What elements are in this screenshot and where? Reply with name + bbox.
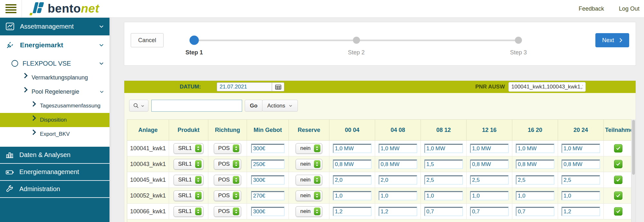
- produkt-select[interactable]: SRL1: [174, 206, 204, 217]
- sidebar-item-vermarktungsplanung[interactable]: Vermarktungsplanung: [0, 70, 109, 85]
- calendar-button[interactable]: [272, 82, 284, 91]
- richtung-select[interactable]: POS: [214, 206, 242, 217]
- produkt-select[interactable]: SRL1: [174, 190, 204, 201]
- block-04-08-cell: [375, 141, 421, 156]
- feedback-link[interactable]: Feedback: [579, 5, 604, 12]
- block-12-16-input[interactable]: [470, 207, 508, 216]
- sidebar-item-energiemarkt[interactable]: Energiemarkt: [0, 38, 109, 52]
- block-16-20-input[interactable]: [516, 175, 554, 184]
- min-gebot-input[interactable]: [251, 207, 284, 216]
- block-12-16-input[interactable]: [470, 175, 508, 184]
- column-header-00-04: 00 04: [329, 120, 375, 141]
- block-04-08-input[interactable]: [379, 144, 417, 153]
- block-20-24-input[interactable]: [562, 191, 600, 200]
- sidebar-item-disposition[interactable]: Disposition: [0, 113, 109, 127]
- teilnahme-checkbox[interactable]: [614, 176, 622, 184]
- block-16-20-input[interactable]: [516, 160, 554, 169]
- block-04-08-input[interactable]: [379, 207, 417, 216]
- teilnahme-checkbox[interactable]: [614, 191, 622, 200]
- pnr-ausw-input[interactable]: [508, 82, 586, 92]
- block-20-24-input[interactable]: [562, 144, 600, 153]
- chevron-right-icon: [31, 130, 36, 135]
- actions-button[interactable]: Actions: [262, 100, 298, 112]
- teilnahme-checkbox[interactable]: [614, 207, 622, 216]
- block-16-20-input[interactable]: [516, 207, 554, 216]
- produkt-select[interactable]: SRL1: [174, 175, 204, 185]
- next-button[interactable]: Next: [595, 33, 629, 47]
- sidebar-item-administration[interactable]: Administration: [0, 180, 109, 197]
- block-00-04-input[interactable]: [333, 175, 371, 184]
- sidebar-item-export-bkv[interactable]: Export_BKV: [0, 127, 109, 141]
- richtung-select[interactable]: POS: [214, 159, 242, 170]
- block-16-20-cell: [512, 204, 558, 219]
- chevron-right-icon: [31, 116, 36, 121]
- cancel-button[interactable]: Cancel: [131, 33, 164, 47]
- reserve-select[interactable]: nein: [296, 190, 322, 201]
- produkt-select[interactable]: SRL1: [174, 159, 204, 170]
- sidebar-item-flexpool-vse[interactable]: FLEXPOOL VSE: [0, 56, 109, 70]
- block-20-24-input[interactable]: [562, 175, 600, 184]
- block-08-12-input[interactable]: [424, 144, 463, 153]
- sidebar-item-daten-analysen[interactable]: Daten & Analysen: [0, 147, 109, 163]
- block-16-20-cell: [512, 172, 558, 188]
- scrollbar-thumb[interactable]: [632, 120, 635, 175]
- teilnahme-cell: [604, 141, 633, 156]
- sidebar-item-label: Energiemarkt: [20, 41, 63, 49]
- block-08-12-input[interactable]: [424, 207, 463, 216]
- search-options-button[interactable]: [129, 100, 148, 112]
- search-icon: [133, 103, 139, 109]
- produkt-cell: SRL1: [169, 141, 208, 156]
- sidebar-item-assetmanagement[interactable]: Assetmanagement: [0, 17, 109, 35]
- block-00-04-input[interactable]: [333, 160, 371, 169]
- block-00-04-input[interactable]: [333, 144, 371, 153]
- produkt-cell: SRL1: [169, 172, 208, 188]
- disposition-table: Anlage Produkt Richtung Min Gebot Reserv…: [127, 119, 633, 222]
- block-00-04-input[interactable]: [333, 207, 371, 216]
- datum-input[interactable]: [217, 82, 272, 91]
- hamburger-menu-button[interactable]: [0, 0, 22, 17]
- logout-link[interactable]: Log Out: [619, 5, 639, 12]
- vertical-scrollbar[interactable]: [631, 119, 636, 222]
- block-08-12-input[interactable]: [424, 175, 463, 184]
- block-20-24-input[interactable]: [562, 160, 600, 169]
- block-12-16-input[interactable]: [470, 191, 508, 200]
- block-08-12-input[interactable]: [424, 191, 463, 200]
- sidebar-item-pool-regelenergie[interactable]: Pool Regelenergie: [0, 85, 109, 99]
- brand-logo[interactable]: bentonet: [30, 2, 99, 16]
- min-gebot-input[interactable]: [251, 175, 284, 184]
- teilnahme-checkbox[interactable]: [614, 160, 622, 168]
- teilnahme-checkbox[interactable]: [614, 144, 622, 153]
- block-04-08-input[interactable]: [379, 160, 417, 169]
- min-gebot-input[interactable]: [251, 191, 284, 200]
- block-12-16-input[interactable]: [470, 160, 508, 169]
- reserve-select[interactable]: nein: [296, 159, 322, 170]
- block-04-08-input[interactable]: [379, 175, 417, 184]
- sidebar-item-tageszusammenfassung[interactable]: Tageszusammenfassung: [0, 99, 109, 113]
- anlage-cell: 100052_kwk1: [127, 188, 169, 204]
- block-16-20-input[interactable]: [516, 191, 554, 200]
- search-input[interactable]: [151, 100, 242, 112]
- sidebar-item-label: Pool Regelenergie: [32, 88, 79, 95]
- block-04-08-cell: [375, 204, 421, 219]
- go-button[interactable]: Go: [245, 100, 263, 112]
- step-3-label: Step 3: [493, 49, 544, 56]
- column-header-reserve: Reserve: [289, 120, 329, 141]
- block-12-16-input[interactable]: [470, 144, 508, 153]
- reserve-cell: nein: [289, 204, 329, 219]
- block-04-08-input[interactable]: [379, 191, 417, 200]
- sidebar-item-energiemanagement[interactable]: Energiemanagement: [0, 163, 109, 180]
- column-header-20-24: 20 24: [558, 120, 604, 141]
- block-16-20-input[interactable]: [516, 144, 554, 153]
- block-00-04-input[interactable]: [333, 191, 371, 200]
- reserve-select[interactable]: nein: [296, 143, 322, 154]
- reserve-select[interactable]: nein: [296, 175, 322, 185]
- block-20-24-input[interactable]: [562, 207, 600, 216]
- richtung-select[interactable]: POS: [214, 190, 242, 201]
- block-08-12-input[interactable]: [424, 160, 463, 169]
- richtung-select[interactable]: POS: [214, 175, 242, 185]
- produkt-select[interactable]: SRL1: [174, 143, 204, 154]
- min-gebot-input[interactable]: [251, 160, 284, 169]
- min-gebot-input[interactable]: [251, 144, 284, 153]
- reserve-select[interactable]: nein: [296, 206, 322, 217]
- richtung-select[interactable]: POS: [214, 143, 242, 154]
